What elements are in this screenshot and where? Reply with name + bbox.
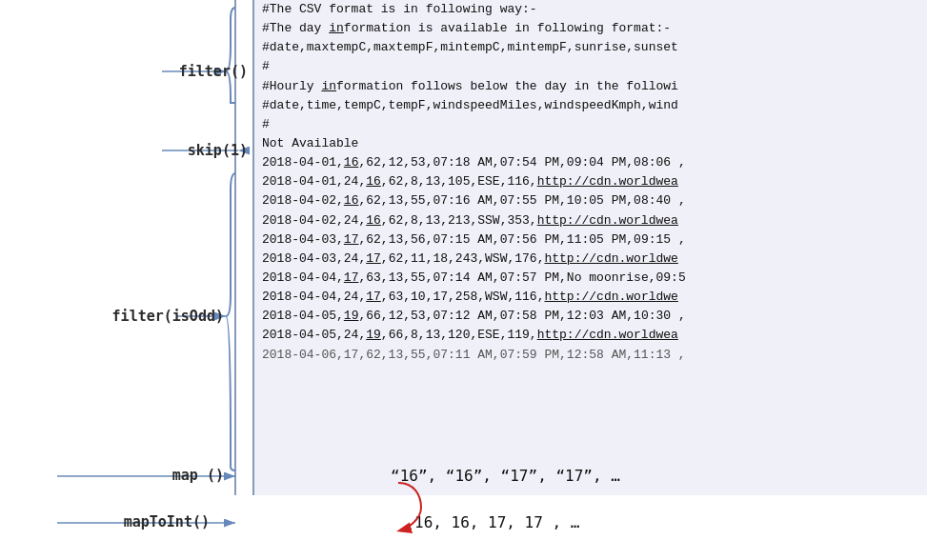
code-line-12: 2018-04-02,24,16,62,8,13,213,SSW,353,htt… [254,211,927,230]
map-output-value: “16”, “16”, “17”, “17”, … [391,467,620,485]
code-area: #The CSV format is in following way:- #T… [252,0,927,495]
filter-top-label: filter() [57,63,248,80]
code-line-11: 2018-04-02,16,62,13,55,07:16 AM,07:55 PM… [254,191,927,210]
code-line-18: 2018-04-05,24,19,66,8,13,120,ESE,119,htt… [254,326,927,345]
filter-isodd-label: filter(isOdd) [33,308,224,325]
code-line-5: #Hourly information follows below the da… [254,77,927,96]
code-line-4: # [254,57,927,76]
maptoint-output-value: 16, 16, 17, 17 , … [414,513,579,531]
maptoint-label: mapToInt() [19,513,210,530]
main-container: #The CSV format is in following way:- #T… [0,0,927,560]
code-line-17: 2018-04-05,19,66,12,53,07:12 AM,07:58 PM… [254,307,927,326]
code-line-2: #The day information is available in fol… [254,19,927,38]
code-line-10: 2018-04-01,24,16,62,8,13,105,ESE,116,htt… [254,172,927,191]
code-line-16: 2018-04-04,24,17,63,10,17,258,WSW,116,ht… [254,288,927,307]
code-line-1: #The CSV format is in following way:- [254,0,927,19]
code-line-8: Not Available [254,134,927,153]
skip-label: skip(1) [57,142,248,159]
code-line-19: 2018-04-06,17,62,13,55,07:11 AM,07:59 PM… [254,346,927,365]
code-line-15: 2018-04-04,17,63,13,55,07:14 AM,07:57 PM… [254,269,927,288]
map-label: map () [33,467,224,484]
code-line-3: #date,maxtempC,maxtempF,mintempC,mintemp… [254,38,927,57]
code-line-14: 2018-04-03,24,17,62,11,18,243,WSW,176,ht… [254,250,927,269]
code-line-9: 2018-04-01,16,62,12,53,07:18 AM,07:54 PM… [254,153,927,172]
code-line-13: 2018-04-03,17,62,13,56,07:15 AM,07:56 PM… [254,230,927,250]
code-line-7: # [254,115,927,134]
code-line-6: #date,time,tempC,tempF,windspeedMiles,wi… [254,96,927,115]
